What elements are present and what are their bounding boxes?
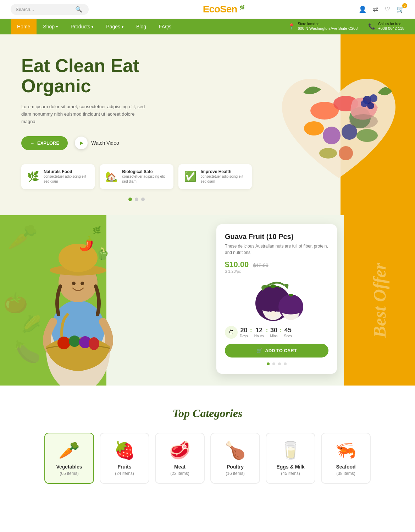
countdown-sep-3: : bbox=[280, 327, 282, 338]
svg-point-26 bbox=[270, 311, 276, 317]
category-count-meat: (22 items) bbox=[170, 471, 189, 476]
hero-dots bbox=[21, 198, 252, 201]
cart-badge: 0 bbox=[402, 3, 407, 8]
vegetables-icon: 🥕 bbox=[59, 440, 80, 460]
category-poultry[interactable]: 🍗 Poultry (16 items) bbox=[210, 433, 260, 484]
wishlist-icon[interactable]: ♡ bbox=[384, 5, 390, 13]
cart-icon[interactable]: 🛒 0 bbox=[397, 5, 404, 13]
svg-point-22 bbox=[69, 336, 80, 347]
chevron-icon: ▾ bbox=[56, 25, 58, 29]
dot-2[interactable] bbox=[135, 198, 138, 201]
naturals-icon: 🌿 bbox=[27, 171, 39, 182]
dot-3[interactable] bbox=[141, 198, 145, 201]
svg-point-27 bbox=[270, 284, 276, 288]
hero-description: Lorem ipsum dolor sit amet, consectetuer… bbox=[21, 103, 149, 125]
svg-point-21 bbox=[57, 337, 70, 349]
nav-item-faqs[interactable]: FAQs bbox=[153, 19, 178, 34]
search-icon: 🔍 bbox=[75, 6, 82, 13]
logo-text: Eco bbox=[203, 4, 220, 15]
category-seafood[interactable]: 🦐 Seafood (38 items) bbox=[321, 433, 371, 484]
svg-point-6 bbox=[356, 129, 378, 142]
dot-1[interactable] bbox=[128, 198, 132, 201]
store-address: 600 N Washington Ave Suite C203 bbox=[298, 26, 358, 31]
offer-card: Guava Fruit (10 Pcs) These delicious Aus… bbox=[216, 224, 337, 374]
category-meat[interactable]: 🥩 Meat (22 items) bbox=[155, 433, 205, 484]
user-icon[interactable]: 👤 bbox=[359, 5, 366, 13]
offer-dot-2[interactable] bbox=[272, 362, 275, 365]
store-label: Store location bbox=[298, 22, 358, 26]
logo-leaf: 🌿 bbox=[239, 5, 244, 10]
watch-video-button[interactable]: ▶ Watch Video bbox=[75, 137, 119, 149]
logo[interactable]: EcoSen 🌿 bbox=[203, 4, 245, 15]
floating-pepper-green: 🫑 bbox=[95, 246, 111, 262]
hero-title: Eat Clean Eat Organic bbox=[21, 56, 252, 96]
category-count-vegetables: (65 items) bbox=[60, 471, 78, 476]
nav-item-home[interactable]: Home bbox=[11, 19, 37, 34]
offer-pricing: $10.00 $12.00 $ 1.20/pc bbox=[225, 260, 328, 273]
logo-accent: Sen bbox=[220, 4, 237, 15]
offer-dot-4[interactable] bbox=[284, 362, 287, 365]
search-input[interactable] bbox=[16, 7, 72, 12]
navigation: Home Shop ▾ Products ▾ Pages ▾ Blog FAQs… bbox=[0, 19, 415, 34]
offer-price-new: $10.00 bbox=[225, 260, 249, 269]
svg-point-29 bbox=[289, 294, 293, 297]
nav-phone: 📞 Call us for free +008 0642 118 bbox=[368, 22, 404, 31]
nav-item-pages[interactable]: Pages ▾ bbox=[100, 19, 130, 34]
nav-item-shop[interactable]: Shop ▾ bbox=[37, 19, 64, 34]
feature-desc-2: consectetuer adipiscing elit sed diam bbox=[122, 174, 167, 184]
add-to-cart-button[interactable]: 🛒 ADD TO CART bbox=[225, 344, 328, 358]
search-bar[interactable]: 🔍 bbox=[11, 4, 89, 15]
category-name-vegetables: Vegetables bbox=[56, 464, 82, 470]
fruit-svg bbox=[248, 278, 305, 321]
svg-point-3 bbox=[304, 121, 324, 135]
categories-grid: 🥕 Vegetables (65 items) 🍓 Fruits (24 ite… bbox=[21, 433, 394, 484]
countdown-timer: ⏱ 20 Days : 12 Hours : 30 Mins : 45 Secs bbox=[225, 326, 328, 339]
feature-title-2: Biological Safe bbox=[122, 169, 167, 174]
categories-title: Top Categories bbox=[21, 407, 394, 420]
best-offer-section: 🥕 🍆 🥦 🍅 🌽 Best Offer bbox=[0, 215, 415, 386]
feature-title-3: Improve Health bbox=[201, 169, 246, 174]
svg-point-7 bbox=[319, 148, 337, 159]
explore-button[interactable]: → EXPLORE bbox=[21, 136, 68, 150]
countdown-secs: 45 Secs bbox=[284, 327, 292, 338]
hero-food-visual bbox=[270, 41, 408, 215]
category-vegetables[interactable]: 🥕 Vegetables (65 items) bbox=[44, 433, 94, 484]
category-name-eggs-milk: Eggs & Milk bbox=[276, 464, 304, 470]
category-fruits[interactable]: 🍓 Fruits (24 items) bbox=[100, 433, 149, 484]
nav-item-products[interactable]: Products ▾ bbox=[64, 19, 100, 34]
category-eggs-milk[interactable]: 🥛 Eggs & Milk (45 items) bbox=[266, 433, 315, 484]
offer-fruit-image bbox=[225, 278, 328, 321]
offer-price-old: $12.00 bbox=[253, 262, 269, 268]
play-icon: ▶ bbox=[75, 137, 88, 149]
health-icon: ✅ bbox=[184, 171, 197, 182]
offer-product-name: Guava Fruit (10 Pcs) bbox=[225, 233, 328, 241]
phone-label: Call us for free bbox=[378, 22, 404, 26]
farmer-area: 🌶️ 🫑 🌿 bbox=[0, 215, 170, 386]
category-count-eggs-milk: (45 items) bbox=[281, 471, 300, 476]
svg-point-20 bbox=[81, 282, 84, 285]
poultry-icon: 🍗 bbox=[225, 440, 246, 460]
biological-icon: 🏡 bbox=[105, 171, 118, 182]
compare-icon[interactable]: ⇄ bbox=[373, 5, 378, 13]
svg-point-10 bbox=[370, 94, 377, 102]
cart-icon-btn: 🛒 bbox=[256, 348, 262, 353]
feature-health: ✅ Improve Health consectetuer adipiscing… bbox=[178, 164, 252, 189]
category-name-poultry: Poultry bbox=[227, 464, 244, 470]
nav-left: Home Shop ▾ Products ▾ Pages ▾ Blog FAQs bbox=[11, 19, 178, 34]
topbar: 🔍 EcoSen 🌿 👤 ⇄ ♡ 🛒 0 bbox=[0, 0, 415, 19]
nav-item-blog[interactable]: Blog bbox=[130, 19, 153, 34]
category-name-seafood: Seafood bbox=[336, 464, 355, 470]
feature-desc-1: consectetuer adipiscing elit sed diam bbox=[44, 174, 89, 184]
fruits-icon: 🍓 bbox=[114, 440, 135, 460]
countdown-days: 20 Days bbox=[240, 327, 248, 338]
hero-buttons: → EXPLORE ▶ Watch Video bbox=[21, 136, 252, 150]
offer-dot-3[interactable] bbox=[278, 362, 281, 365]
offer-dots bbox=[225, 362, 328, 365]
svg-point-19 bbox=[72, 282, 76, 285]
eggs-milk-icon: 🥛 bbox=[280, 440, 301, 460]
offer-dot-1[interactable] bbox=[267, 362, 270, 365]
hero-right bbox=[266, 34, 415, 215]
category-count-poultry: (16 items) bbox=[226, 471, 244, 476]
category-name-fruits: Fruits bbox=[118, 464, 132, 470]
feature-title-1: Naturals Food bbox=[44, 169, 89, 174]
